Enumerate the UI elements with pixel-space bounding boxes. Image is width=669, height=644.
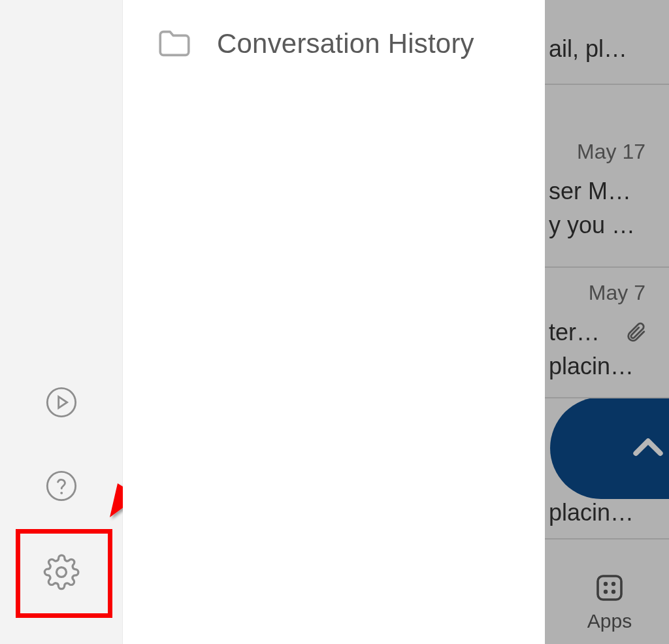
attachment-icon <box>625 321 647 346</box>
nav-apps-button[interactable]: Apps <box>574 572 645 632</box>
apps-grid-icon <box>594 572 625 606</box>
scroll-up-fab[interactable] <box>550 397 669 499</box>
mail-subject-fragment: ter… <box>549 319 614 346</box>
settings-gear-icon[interactable] <box>43 554 80 590</box>
folder-flyout-panel: Conversation History <box>123 0 545 644</box>
message-list-underlay: ail, pl… May 17 ser M… y you … May 7 ter… <box>545 0 669 644</box>
sidebar-item-conversation-history[interactable]: Conversation History <box>155 24 474 64</box>
mail-date: May 7 <box>589 281 645 305</box>
divider <box>545 538 669 539</box>
svg-point-0 <box>47 388 75 416</box>
svg-point-8 <box>612 582 615 586</box>
play-icon[interactable] <box>43 384 80 421</box>
svg-point-9 <box>604 590 608 594</box>
svg-point-10 <box>612 590 615 594</box>
help-icon[interactable] <box>43 468 80 504</box>
divider <box>545 84 669 85</box>
mail-preview-fragment: ail, pl… <box>549 35 645 63</box>
nav-rail <box>0 0 123 644</box>
svg-point-2 <box>60 492 63 494</box>
sidebar-item-label: Conversation History <box>217 28 474 59</box>
divider <box>545 266 669 268</box>
svg-point-7 <box>604 582 608 586</box>
mail-preview-fragment: y you … <box>549 212 645 239</box>
folder-icon <box>155 24 193 64</box>
svg-point-3 <box>57 568 67 577</box>
nav-apps-label: Apps <box>587 610 632 632</box>
mail-preview-fragment: placin… <box>549 353 645 380</box>
mail-subject-fragment: ser M… <box>549 178 645 205</box>
divider <box>545 397 669 398</box>
mail-date: May 17 <box>577 140 645 164</box>
mail-preview-fragment: placin… <box>549 499 645 526</box>
svg-rect-6 <box>598 576 621 600</box>
svg-point-1 <box>47 472 75 500</box>
